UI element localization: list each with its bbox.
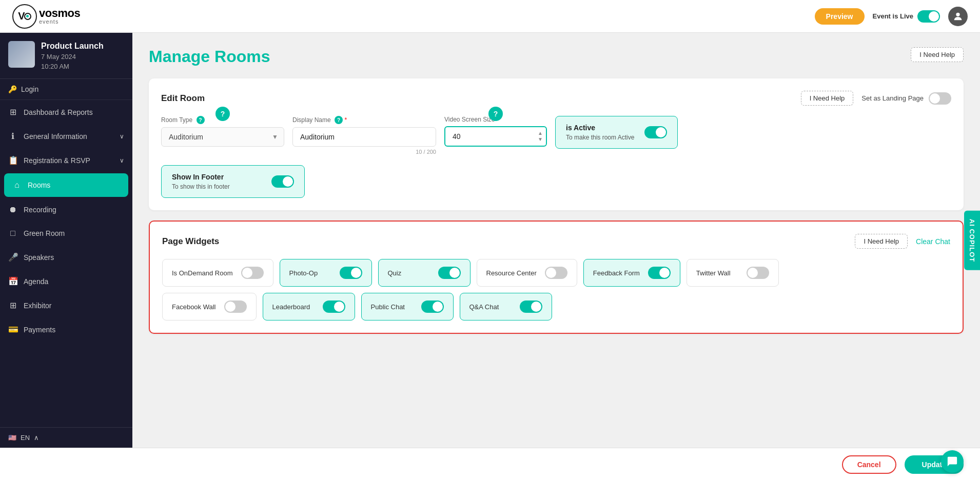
sidebar-item-registration[interactable]: 📋 Registration & RSVP ∨ <box>0 148 132 172</box>
is-active-box: is Active To make this room Active <box>555 116 678 149</box>
widget-label: Is OnDemand Room <box>172 269 233 277</box>
widgets-header-right: I Need Help Clear Chat <box>855 234 950 249</box>
chevron-up-icon: ∧ <box>34 434 39 442</box>
live-toggle-area: Event is Live <box>873 10 940 23</box>
video-size-help-bubble[interactable]: ? <box>488 107 503 121</box>
sidebar-item-label: Green Room <box>24 229 65 237</box>
page-header: Manage Rooms I Need Help <box>149 47 964 66</box>
edit-room-help-button[interactable]: I Need Help <box>801 91 854 106</box>
logo: V vosmos events <box>12 4 80 29</box>
live-toggle[interactable] <box>917 10 940 23</box>
widget-label: Twitter Wall <box>696 269 731 277</box>
flag-icon: 🇺🇸 <box>8 434 16 442</box>
widget-feedback: Feedback Form <box>583 259 680 287</box>
edit-room-card: Edit Room I Need Help Set as Landing Pag… <box>149 78 964 210</box>
widget-leaderboard-toggle[interactable] <box>323 300 345 313</box>
video-size-group: ? Video Screen Size ▲ ▼ <box>444 116 547 147</box>
display-name-group: Display Name ? * 10 / 200 <box>292 116 436 155</box>
event-thumbnail <box>8 41 35 68</box>
show-footer-toggle[interactable] <box>271 175 294 188</box>
video-size-input[interactable] <box>444 126 547 147</box>
cancel-button[interactable]: Cancel <box>842 455 896 474</box>
event-info: Product Launch 7 May 2024 10:20 AM <box>41 41 124 70</box>
event-card: Product Launch 7 May 2024 10:20 AM <box>0 33 132 79</box>
widget-twitter-toggle[interactable] <box>747 267 769 279</box>
is-active-label-area: is Active To make this room Active <box>566 124 634 141</box>
clear-chat-button[interactable]: Clear Chat <box>916 237 950 246</box>
sidebar-item-label: Speakers <box>24 253 54 262</box>
greenroom-icon: □ <box>8 229 17 238</box>
show-footer-sub: To show this in footer <box>172 183 261 190</box>
login-button[interactable]: 🔑 Login <box>0 79 132 100</box>
increment-button[interactable]: ▲ <box>538 131 543 136</box>
page-title: Manage Rooms <box>149 47 270 66</box>
logo-o-dot <box>24 13 31 20</box>
landing-page-toggle[interactable] <box>929 92 951 105</box>
preview-button[interactable]: Preview <box>815 8 865 25</box>
sidebar-item-label: Exhibitor <box>24 302 51 310</box>
display-name-input[interactable] <box>292 127 436 147</box>
sidebar-item-payments[interactable]: 💳 Payments <box>0 317 132 342</box>
widget-photoop: Photo-Op <box>280 259 372 287</box>
event-time: 10:20 AM <box>41 63 124 70</box>
user-avatar[interactable] <box>948 7 968 26</box>
chat-bubble-button[interactable] <box>941 450 964 473</box>
main-content: Manage Rooms I Need Help Edit Room I Nee… <box>132 33 980 448</box>
widget-label: Quiz <box>388 269 402 277</box>
room-type-help-bubble[interactable]: ? <box>215 107 230 121</box>
room-type-help-dot[interactable]: ? <box>197 116 205 124</box>
widget-photoop-toggle[interactable] <box>340 267 362 279</box>
widget-label: Q&A Chat <box>469 303 499 311</box>
sidebar-item-agenda[interactable]: 📅 Agenda <box>0 269 132 293</box>
show-footer-box: Show In Footer To show this in footer <box>161 165 305 198</box>
widget-publicchat: Public Chat <box>361 293 454 320</box>
landing-page-label: Set as Landing Page <box>861 94 924 102</box>
nav-right: Preview Event is Live <box>815 7 968 26</box>
agenda-icon: 📅 <box>8 276 17 286</box>
decrement-button[interactable]: ▼ <box>538 137 543 142</box>
room-type-group: ? Room Type ? Auditorium ▼ <box>161 116 284 147</box>
widget-quiz-toggle[interactable] <box>438 267 461 279</box>
display-name-help-dot[interactable]: ? <box>335 116 343 124</box>
display-name-label: Display Name ? * <box>292 116 436 124</box>
widgets-help-button[interactable]: I Need Help <box>855 234 908 249</box>
sidebar-item-exhibitor[interactable]: ⊞ Exhibitor <box>0 293 132 317</box>
sidebar-item-recording[interactable]: ⏺ Recording <box>0 198 132 222</box>
widgets-row-2: Facebook Wall Leaderboard Public Chat Q&… <box>162 293 950 320</box>
sidebar-item-label: Rooms <box>28 181 50 189</box>
page-help-button[interactable]: I Need Help <box>911 47 964 62</box>
bottom-bar: Cancel Update <box>0 448 980 481</box>
widget-publicchat-toggle[interactable] <box>421 300 444 313</box>
widgets-grid: Is OnDemand Room Photo-Op Quiz Resource … <box>162 259 950 320</box>
widget-quiz: Quiz <box>378 259 471 287</box>
widgets-header: Page Widgets I Need Help Clear Chat <box>162 234 950 249</box>
chevron-icon: ∨ <box>120 157 124 164</box>
widget-facebook: Facebook Wall <box>162 293 257 320</box>
widgets-row-1: Is OnDemand Room Photo-Op Quiz Resource … <box>162 259 950 287</box>
sidebar-item-speakers[interactable]: 🎤 Speakers <box>0 245 132 269</box>
card-header-right: I Need Help Set as Landing Page <box>801 91 951 106</box>
sidebar-item-rooms[interactable]: ⌂ Rooms <box>4 173 128 197</box>
room-type-select[interactable]: Auditorium <box>161 127 284 147</box>
widget-resource-toggle[interactable] <box>545 267 567 279</box>
is-active-sub: To make this room Active <box>566 134 634 141</box>
widget-qachat-toggle[interactable] <box>520 300 542 313</box>
widget-label: Facebook Wall <box>172 303 216 311</box>
widget-facebook-toggle[interactable] <box>224 300 247 313</box>
brand-name: vosmos <box>39 8 80 19</box>
widget-ondemand-toggle[interactable] <box>241 267 264 279</box>
ai-copilot-tab[interactable]: AI COPILOT <box>964 211 980 270</box>
sidebar-item-dashboard[interactable]: ⊞ Dashboard & Reports <box>0 100 132 124</box>
char-count: 10 / 200 <box>292 149 436 155</box>
language-selector[interactable]: 🇺🇸 EN ∧ <box>0 427 132 448</box>
is-active-toggle[interactable] <box>644 126 667 138</box>
live-label: Event is Live <box>873 12 913 20</box>
widget-feedback-toggle[interactable] <box>648 267 671 279</box>
svg-point-0 <box>956 12 959 16</box>
landing-page-toggle-row: Set as Landing Page <box>861 92 951 105</box>
logo-icon: V <box>12 4 37 29</box>
widget-label: Leaderboard <box>272 303 310 311</box>
sidebar-item-general[interactable]: ℹ General Information ∨ <box>0 124 132 148</box>
widgets-title: Page Widgets <box>162 236 219 247</box>
sidebar-item-greenroom[interactable]: □ Green Room <box>0 222 132 245</box>
